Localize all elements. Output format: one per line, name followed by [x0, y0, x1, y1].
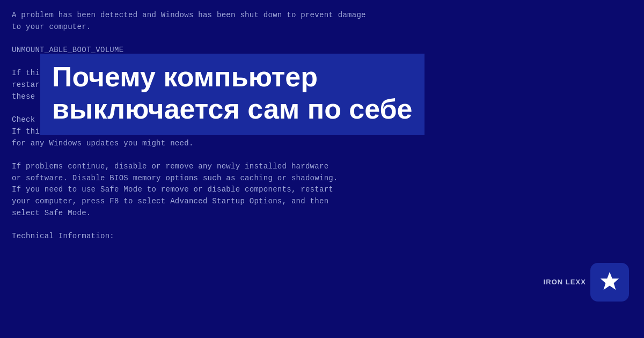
brand-badge — [590, 263, 629, 302]
bsod-line14: If problems continue, disable or remove … — [12, 162, 328, 171]
star-icon — [599, 271, 620, 294]
overlay-title-line1: Почему компьютер — [52, 61, 318, 92]
bsod-line15: or software. Disable BIOS memory options… — [12, 174, 338, 182]
bsod-line12: for any Windows updates you might need. — [12, 139, 194, 148]
overlay-title-line2: выключается сам по себе — [52, 93, 413, 124]
brand-label: IRON LEXX — [544, 263, 586, 302]
overlay-title: Почему компьютер выключается сам по себе — [40, 54, 425, 135]
bsod-line1: A problem has been detected and Windows … — [12, 11, 366, 19]
bsod-line16: If you need to use Safe Mode to remove o… — [12, 185, 333, 194]
bsod-line4: UNMOUNT_ABLE_BOOT_VOLUME — [12, 46, 123, 54]
bsod-line17: your computer, press F8 to select Advanc… — [12, 197, 328, 205]
bsod-screen: A problem has been detected and Windows … — [0, 0, 644, 338]
bsod-line18: select Safe Mode. — [12, 209, 91, 217]
svg-marker-0 — [601, 271, 619, 289]
bsod-line2: to your computer. — [12, 23, 91, 31]
bsod-line20: Technical Information: — [12, 232, 114, 240]
